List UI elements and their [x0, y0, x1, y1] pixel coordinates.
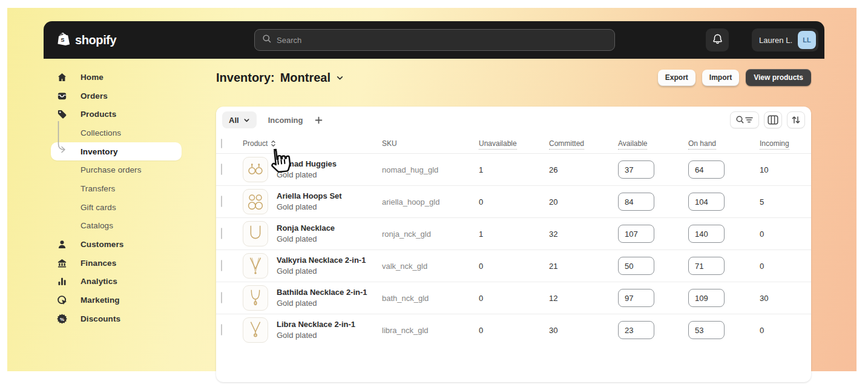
bell-icon	[712, 33, 723, 47]
sidebar-item-discounts[interactable]: %Discounts	[51, 309, 182, 328]
row-checkbox[interactable]	[221, 292, 222, 303]
sidebar-item-label: Transfers	[81, 184, 115, 193]
chevron-down-icon[interactable]	[336, 71, 344, 85]
row-checkbox[interactable]	[221, 164, 222, 175]
sidebar-item-finances[interactable]: Finances	[51, 254, 182, 273]
home-icon	[56, 72, 68, 82]
unavailable-value: 0	[479, 262, 549, 271]
view-products-button[interactable]: View products	[746, 69, 811, 86]
available-input[interactable]	[618, 160, 654, 179]
sidebar-item-orders[interactable]: Orders	[51, 87, 182, 105]
export-button[interactable]: Export	[658, 70, 695, 86]
sidebar-item-marketing[interactable]: Marketing	[51, 291, 182, 309]
on-hand-input[interactable]	[688, 225, 725, 243]
row-checkbox[interactable]	[221, 228, 222, 239]
column-header-available[interactable]: Available	[618, 139, 688, 148]
available-input[interactable]	[618, 193, 654, 211]
sort-button[interactable]	[787, 111, 805, 128]
row-checkbox[interactable]	[221, 260, 222, 271]
product-name[interactable]: Libra Necklace 2-in-1	[277, 319, 355, 330]
page-actions: Export Import View products	[658, 69, 811, 86]
sidebar-item-label: Inventory	[81, 147, 118, 156]
sidebar-item-label: Catalogs	[81, 221, 113, 230]
on-hand-input[interactable]	[688, 257, 725, 275]
column-header-incoming[interactable]: Incoming	[760, 139, 806, 148]
unavailable-value: 0	[479, 197, 549, 207]
row-checkbox[interactable]	[221, 324, 222, 335]
available-input[interactable]	[618, 257, 654, 275]
product-name[interactable]: Bathilda Necklace 2-in-1	[277, 287, 367, 298]
tab-incoming[interactable]: Incoming	[268, 116, 303, 125]
avatar: LL	[798, 31, 816, 49]
table-header-row: ProductSKUUnavailableCommittedAvailableO…	[216, 133, 811, 153]
inventory-table: ProductSKUUnavailableCommittedAvailableO…	[216, 133, 811, 346]
table-row[interactable]: Bathilda Necklace 2-in-1Gold platedbath_…	[216, 282, 811, 314]
sidebar-item-label: Gift cards	[81, 203, 116, 212]
import-button[interactable]: Import	[702, 70, 739, 86]
columns-button[interactable]	[764, 111, 782, 128]
table-row[interactable]: Ronja NecklaceGold platedronja_nck_gld13…	[216, 217, 811, 250]
finances-icon	[56, 258, 68, 268]
table-row[interactable]: Valkyria Necklace 2-in-1Gold platedvalk_…	[216, 250, 811, 282]
orders-icon	[56, 91, 68, 101]
shopify-logo[interactable]: S shopify	[56, 31, 116, 49]
sidebar-item-label: Collections	[81, 128, 121, 137]
committed-value: 21	[549, 262, 618, 271]
sidebar-item-analytics[interactable]: Analytics	[51, 273, 182, 291]
committed-value: 32	[549, 230, 618, 239]
shopify-bag-icon: S	[56, 31, 71, 49]
row-checkbox[interactable]	[221, 196, 222, 207]
sidebar-item-label: Customers	[81, 240, 123, 249]
on-hand-input[interactable]	[688, 289, 725, 307]
incoming-value: 10	[760, 165, 806, 174]
columns-icon	[768, 115, 778, 125]
table-row[interactable]: Libra Necklace 2-in-1Gold platedlibra_nc…	[216, 314, 811, 346]
svg-text:%: %	[59, 316, 64, 322]
product-name[interactable]: Valkyria Necklace 2-in-1	[277, 255, 366, 266]
filter-all-dropdown[interactable]: All	[222, 111, 257, 128]
product-name[interactable]: Ronja Necklace	[277, 223, 335, 234]
chevron-down-icon	[243, 117, 250, 124]
column-header-on-hand[interactable]: On hand	[688, 139, 760, 148]
select-all-checkbox[interactable]	[221, 139, 222, 148]
column-header-sku[interactable]: SKU	[382, 139, 479, 148]
add-view-button[interactable]	[315, 116, 323, 124]
on-hand-input[interactable]	[688, 321, 725, 339]
incoming-value: 0	[760, 326, 806, 335]
available-input[interactable]	[618, 289, 654, 307]
available-input[interactable]	[618, 321, 654, 339]
available-input[interactable]	[618, 225, 654, 243]
sidebar-item-catalogs[interactable]: Catalogs	[51, 217, 182, 236]
sidebar-item-customers[interactable]: Customers	[51, 235, 182, 254]
user-menu-button[interactable]: Lauren L. LL	[752, 28, 818, 51]
analytics-icon	[56, 276, 68, 286]
sku-value: ronja_nck_gld	[382, 230, 479, 239]
sidebar-item-gift-cards[interactable]: Gift cards	[51, 198, 182, 217]
column-header-committed[interactable]: Committed	[549, 139, 618, 148]
search-input[interactable]: Search	[254, 29, 615, 51]
committed-value: 30	[549, 326, 618, 335]
sidebar-item-home[interactable]: Home	[51, 68, 182, 87]
product-variant: Gold plated	[277, 298, 367, 309]
on-hand-input[interactable]	[688, 160, 725, 179]
on-hand-input[interactable]	[688, 193, 725, 211]
product-name[interactable]: Ariella Hoops Set	[277, 191, 342, 202]
committed-value: 12	[549, 294, 618, 303]
table-toolbar: All Incoming	[216, 107, 811, 133]
page-title: Inventory: Montreal	[216, 71, 344, 85]
svg-text:S: S	[61, 37, 64, 43]
sidebar-item-purchase-orders[interactable]: Purchase orders	[51, 160, 182, 179]
table-row[interactable]: Nomad HuggiesGold platednomad_hug_gld126…	[216, 153, 811, 185]
hoops-thumb	[243, 189, 268, 214]
unavailable-value: 0	[479, 294, 549, 303]
location-picker[interactable]: Montreal	[280, 71, 330, 85]
column-header-product[interactable]: Product	[243, 139, 382, 148]
column-header-unavailable[interactable]: Unavailable	[479, 139, 549, 148]
hand-cursor-icon	[264, 145, 295, 179]
table-row[interactable]: Ariella Hoops SetGold platedariella_hoop…	[216, 185, 811, 217]
search-filter-button[interactable]	[730, 111, 759, 128]
sidebar-item-label: Purchase orders	[81, 165, 142, 174]
notifications-button[interactable]	[706, 28, 729, 51]
sidebar-item-transfers[interactable]: Transfers	[51, 179, 182, 198]
sidebar-item-label: Analytics	[81, 277, 117, 286]
